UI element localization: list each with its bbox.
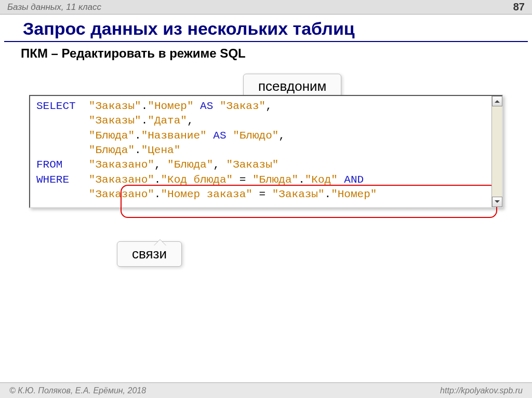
chevron-up-icon xyxy=(495,98,500,103)
header-bar: Базы данных, 11 класс 87 xyxy=(0,0,532,15)
kw-from: FROM xyxy=(36,159,62,171)
sql-code: SELECT "Заказы"."Номер" AS "Заказ", "Зак… xyxy=(36,99,488,202)
footer-bar: © К.Ю. Поляков, Е.А. Ерёмин, 2018 http:/… xyxy=(0,382,532,398)
copyright-text: © К.Ю. Поляков, Е.А. Ерёмин, 2018 xyxy=(9,386,146,395)
kw-select: SELECT xyxy=(36,100,76,112)
sql-code-panel: SELECT "Заказы"."Номер" AS "Заказ", "Зак… xyxy=(29,95,503,208)
footer-url: http://kpolyakov.spb.ru xyxy=(440,386,523,395)
scroll-up-button[interactable] xyxy=(492,96,502,106)
kw-where: WHERE xyxy=(36,174,69,186)
page-number: 87 xyxy=(513,1,525,13)
callout-links: связи xyxy=(117,241,182,267)
scroll-down-button[interactable] xyxy=(492,197,502,207)
chevron-down-icon xyxy=(495,200,500,205)
callout-alias-text: псевдоним xyxy=(258,78,326,94)
slide-subtitle: ПКМ – Редактировать в режиме SQL xyxy=(0,42,532,63)
slide-title: Запрос данных из нескольких таблиц xyxy=(4,15,528,42)
callout-links-text: связи xyxy=(132,246,167,262)
course-title: Базы данных, 11 класс xyxy=(7,2,101,12)
vertical-scrollbar[interactable] xyxy=(491,96,502,207)
